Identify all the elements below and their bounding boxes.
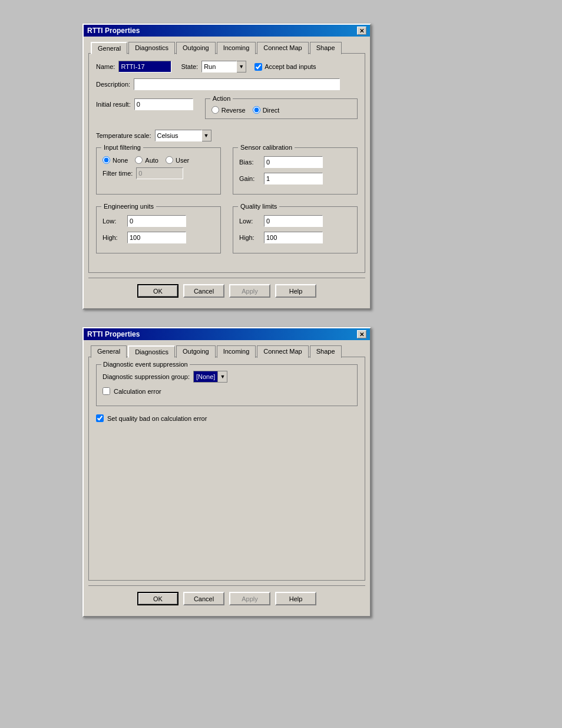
description-label: Description: — [96, 81, 130, 88]
rtti-properties-dialog-2: RTTI Properties ✕ General Diagnostics Ou… — [82, 327, 371, 617]
calc-error-label: Calculation error — [114, 388, 161, 395]
sensor-calibration-title: Sensor calibration — [238, 144, 295, 151]
initial-result-input[interactable] — [134, 98, 193, 110]
tab-outgoing-1[interactable]: Outgoing — [176, 42, 216, 54]
name-input[interactable] — [118, 61, 171, 73]
diag-suppression-group: Diagnostic event suppression Diagnostic … — [96, 364, 358, 406]
quality-limits-title: Quality limits — [238, 203, 279, 210]
tab-shape-2[interactable]: Shape — [310, 345, 342, 358]
tab-connectmap-1[interactable]: Connect Map — [257, 42, 308, 54]
engineering-units-title: Engineering units — [101, 203, 156, 210]
gain-label: Gain: — [239, 175, 260, 182]
tab-outgoing-2[interactable]: Outgoing — [176, 345, 216, 358]
eng-high-input[interactable] — [127, 232, 186, 243]
tab-diagnostics-1[interactable]: Diagnostics — [128, 42, 175, 54]
qual-high-row: High: — [239, 232, 351, 243]
initial-action-row: Initial result: Action Reverse — [96, 98, 358, 125]
diag-suppression-arrow[interactable]: ▼ — [217, 371, 227, 382]
action-direct-label[interactable]: Direct — [253, 106, 280, 114]
bias-row: Bias: — [239, 156, 351, 168]
filter-time-input[interactable] — [136, 167, 183, 179]
accept-bad-inputs-label: Accept bad inputs — [265, 63, 316, 70]
filter-none-label[interactable]: None — [103, 156, 128, 164]
temp-scale-row: Temperature scale: ▼ — [96, 130, 358, 141]
action-reverse-radio[interactable] — [211, 106, 219, 114]
tab-incoming-2[interactable]: Incoming — [217, 345, 256, 358]
description-input[interactable] — [134, 78, 340, 90]
accept-bad-inputs-checkbox[interactable] — [254, 63, 262, 71]
tab-panel-diagnostics: Diagnostic event suppression Diagnostic … — [88, 357, 365, 581]
cancel-button-2[interactable]: Cancel — [183, 592, 224, 605]
qual-high-input[interactable] — [264, 232, 323, 243]
qual-low-row: Low: — [239, 215, 351, 227]
eng-low-label: Low: — [103, 218, 124, 225]
diag-suppression-label: Diagnostic suppression group: — [103, 373, 190, 380]
eng-low-input[interactable] — [127, 215, 186, 227]
close-button-2[interactable]: ✕ — [357, 330, 366, 338]
qual-low-label: Low: — [239, 218, 260, 225]
tab-connectmap-2[interactable]: Connect Map — [257, 345, 308, 358]
tab-panel-general: Name: State: ▼ Accept bad inputs Descrip… — [88, 53, 365, 273]
quality-limits-group: Quality limits Low: High: — [233, 206, 358, 253]
temp-scale-dropdown-arrow[interactable]: ▼ — [202, 130, 211, 141]
tab-diagnostics-2[interactable]: Diagnostics — [128, 345, 175, 358]
state-input[interactable] — [201, 61, 237, 73]
qual-low-input[interactable] — [264, 215, 323, 227]
filter-none-radio[interactable] — [103, 156, 110, 164]
diag-suppression-dropdown[interactable]: [None] ▼ — [193, 371, 227, 383]
tab-general-2[interactable]: General — [91, 345, 127, 358]
help-button-2[interactable]: Help — [275, 592, 316, 605]
engineering-units-group: Engineering units Low: High: — [96, 206, 221, 253]
tab-general-1[interactable]: General — [91, 42, 127, 54]
ok-button-2[interactable]: OK — [137, 592, 178, 605]
set-quality-bad-checkbox[interactable] — [96, 414, 104, 422]
ok-button-1[interactable]: OK — [137, 284, 178, 298]
filter-user-radio[interactable] — [166, 156, 173, 164]
tab-incoming-1[interactable]: Incoming — [217, 42, 256, 54]
tab-bar-1: General Diagnostics Outgoing Incoming Co… — [88, 41, 365, 54]
calc-error-checkbox[interactable] — [103, 387, 110, 395]
action-radio-group: Reverse Direct — [211, 106, 351, 114]
eng-low-row: Low: — [103, 215, 214, 227]
apply-button-1[interactable]: Apply — [229, 284, 270, 298]
dialog-titlebar-1: RTTI Properties ✕ — [84, 25, 370, 37]
gain-input[interactable] — [264, 173, 323, 185]
action-group: Action Reverse Direct — [205, 98, 358, 119]
initial-result-row: Initial result: — [96, 98, 193, 110]
cancel-button-1[interactable]: Cancel — [183, 284, 224, 298]
filter-time-row: Filter time: — [103, 167, 214, 179]
button-bar-2: OK Cancel Apply Help — [88, 585, 365, 611]
filter-radio-group: None Auto User — [103, 156, 214, 164]
temp-scale-input[interactable] — [155, 130, 202, 141]
diag-suppression-group-title: Diagnostic event suppression — [101, 361, 190, 368]
close-button-1[interactable]: ✕ — [357, 27, 366, 35]
bias-input[interactable] — [264, 156, 323, 168]
name-row: Name: State: ▼ Accept bad inputs — [96, 61, 358, 73]
rtti-properties-dialog-1: RTTI Properties ✕ General Diagnostics Ou… — [82, 24, 371, 309]
input-filtering-group: Input filtering None Auto — [96, 147, 221, 195]
bias-label: Bias: — [239, 159, 260, 166]
button-bar-1: OK Cancel Apply Help — [88, 278, 365, 304]
initial-result-field: Initial result: — [96, 98, 193, 125]
help-button-1[interactable]: Help — [275, 284, 316, 298]
initial-result-label: Initial result: — [96, 101, 131, 108]
action-direct-radio[interactable] — [253, 106, 260, 114]
dialog-content-1: General Diagnostics Outgoing Incoming Co… — [84, 37, 370, 308]
apply-button-2[interactable]: Apply — [229, 592, 270, 605]
filter-time-label: Filter time: — [103, 170, 133, 177]
description-row: Description: — [96, 78, 358, 90]
tab-bar-2: General Diagnostics Outgoing Incoming Co… — [88, 345, 365, 357]
state-dropdown-arrow[interactable]: ▼ — [237, 61, 246, 73]
diag-suppression-value: [None] — [194, 371, 217, 382]
dialog-titlebar-2: RTTI Properties ✕ — [84, 328, 370, 340]
action-reverse-label[interactable]: Reverse — [211, 106, 246, 114]
diag-suppression-row: Diagnostic suppression group: [None] ▼ — [103, 371, 351, 383]
eng-high-row: High: — [103, 232, 214, 243]
filter-auto-radio[interactable] — [135, 156, 143, 164]
filter-user-label[interactable]: User — [166, 156, 189, 164]
qual-high-label: High: — [239, 234, 260, 241]
dialog-content-2: General Diagnostics Outgoing Incoming Co… — [84, 340, 370, 616]
tab-shape-1[interactable]: Shape — [310, 42, 342, 54]
gain-row: Gain: — [239, 173, 351, 185]
filter-auto-label[interactable]: Auto — [135, 156, 158, 164]
